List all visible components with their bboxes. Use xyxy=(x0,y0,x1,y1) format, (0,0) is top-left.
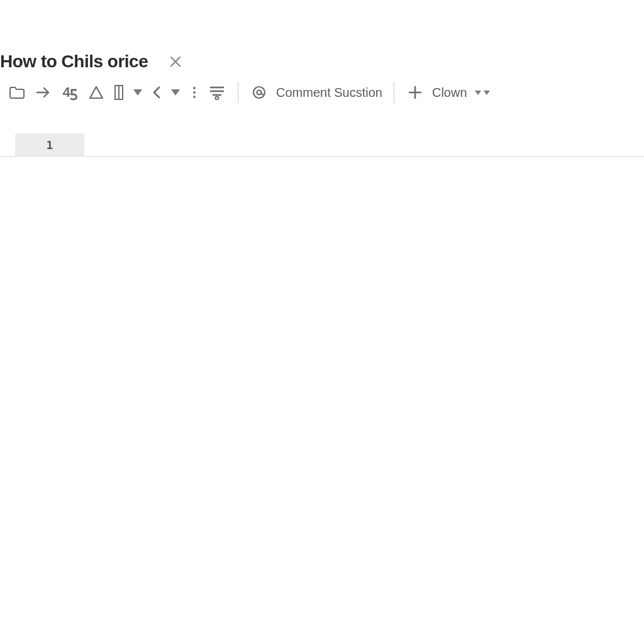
row-number[interactable]: 1 xyxy=(15,133,84,156)
more-vertical-icon[interactable] xyxy=(185,79,204,106)
arrow-right-icon[interactable] xyxy=(30,79,57,106)
folder-icon[interactable] xyxy=(4,79,30,106)
comment-suggestion-button[interactable]: Comment Sucstion xyxy=(272,79,386,106)
font-size-icon[interactable]: 4ƽ xyxy=(57,79,83,106)
toolbar-separator-2 xyxy=(394,82,394,103)
triangle-icon[interactable] xyxy=(83,79,109,106)
editor-area: 1 xyxy=(0,133,644,157)
svg-point-2 xyxy=(193,87,196,89)
svg-point-3 xyxy=(193,91,196,94)
close-tab-icon[interactable] xyxy=(167,53,184,70)
plus-icon[interactable] xyxy=(402,79,428,106)
dropdown-caret-1-icon[interactable] xyxy=(128,79,147,106)
at-mention-icon[interactable] xyxy=(246,79,272,106)
clown-button[interactable]: Clown xyxy=(428,79,471,106)
svg-point-9 xyxy=(253,87,265,98)
dropdown-caret-2-icon[interactable] xyxy=(166,79,185,106)
svg-point-8 xyxy=(216,97,219,100)
toolbar: 4ƽ Comment Sucstion Clown xyxy=(0,74,644,111)
double-caret-icon[interactable] xyxy=(471,79,494,106)
chevron-left-icon[interactable] xyxy=(147,79,166,106)
document-title[interactable]: How to Chils orice xyxy=(0,52,148,72)
editor-row[interactable]: 1 xyxy=(0,133,644,156)
toolbar-separator-1 xyxy=(238,82,238,103)
align-icon[interactable] xyxy=(204,79,230,106)
svg-point-4 xyxy=(193,96,196,98)
column-icon[interactable] xyxy=(109,79,128,106)
title-bar: How to Chils orice xyxy=(0,49,644,74)
row-content[interactable] xyxy=(84,133,644,156)
row-divider xyxy=(0,156,644,157)
